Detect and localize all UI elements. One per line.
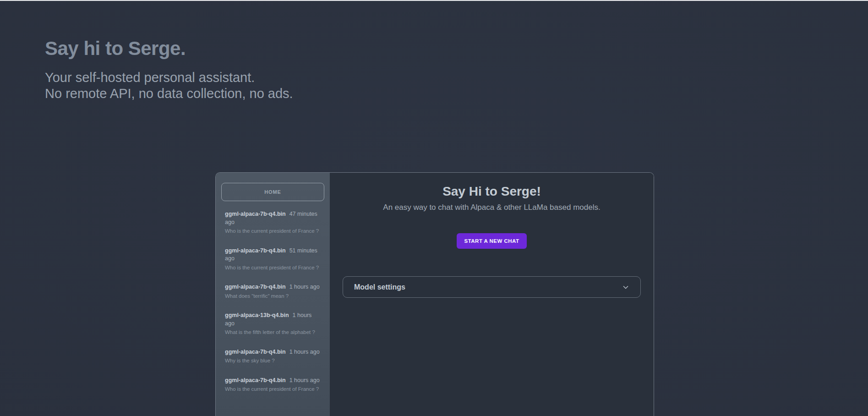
- chat-question-preview: Why is the sky blue ?: [225, 357, 321, 365]
- home-button[interactable]: HOME: [221, 183, 324, 201]
- chat-model-name: ggml-alpaca-7b-q4.bin: [225, 247, 286, 254]
- main-title: Say Hi to Serge!: [330, 184, 654, 199]
- chat-history-list: ggml-alpaca-7b-q4.bin47 minutes ago Who …: [221, 208, 324, 396]
- sidebar: HOME ggml-alpaca-7b-q4.bin47 minutes ago…: [216, 173, 330, 416]
- chat-question-preview: What is the fifth letter of the alphabet…: [225, 329, 321, 336]
- chat-item-title: ggml-alpaca-7b-q4.bin47 minutes ago: [225, 210, 321, 226]
- chat-question-preview: Who is the current president of France ?: [225, 264, 321, 272]
- chat-history-item[interactable]: ggml-alpaca-13b-q4.bin1 hours ago What i…: [221, 309, 324, 339]
- hero-tagline: Your self-hosted personal assistant. No …: [45, 70, 293, 102]
- serge-landing-page: { "hero": { "title": "Say hi to Serge.",…: [0, 0, 868, 416]
- chat-question-preview: Who is the current president of France ?: [225, 228, 321, 235]
- main-panel: Say Hi to Serge! An easy way to chat wit…: [330, 173, 654, 416]
- chat-question-preview: Who is the current president of France ?: [225, 386, 321, 393]
- chat-model-name: ggml-alpaca-7b-q4.bin: [225, 377, 286, 383]
- chat-model-name: ggml-alpaca-7b-q4.bin: [225, 211, 286, 217]
- model-settings-accordion[interactable]: Model settings: [343, 276, 641, 298]
- chat-timestamp: 1 hours ago: [289, 349, 320, 355]
- chat-history-item[interactable]: ggml-alpaca-7b-q4.bin1 hours ago What do…: [221, 280, 324, 302]
- chat-item-title: ggml-alpaca-7b-q4.bin51 minutes ago: [225, 247, 321, 263]
- chat-item-title: ggml-alpaca-7b-q4.bin1 hours ago: [225, 283, 321, 291]
- hero-tagline-line1: Your self-hosted personal assistant.: [45, 70, 293, 86]
- chat-history-item[interactable]: ggml-alpaca-7b-q4.bin1 hours ago Who is …: [221, 374, 324, 396]
- start-new-chat-button[interactable]: START A NEW CHAT: [457, 233, 527, 249]
- hero-section: Say hi to Serge. Your self-hosted person…: [45, 38, 293, 102]
- chat-item-title: ggml-alpaca-7b-q4.bin1 hours ago: [225, 377, 321, 385]
- chat-timestamp: 1 hours ago: [289, 284, 320, 290]
- chat-history-item[interactable]: ggml-alpaca-7b-q4.bin51 minutes ago Who …: [221, 244, 324, 274]
- chat-item-title: ggml-alpaca-7b-q4.bin1 hours ago: [225, 348, 321, 356]
- start-chat-container: START A NEW CHAT: [330, 233, 654, 249]
- main-subtitle: An easy way to chat with Alpaca & other …: [330, 203, 654, 212]
- chat-timestamp: 1 hours ago: [289, 377, 320, 383]
- chat-question-preview: What does "terrific" mean ?: [225, 293, 321, 300]
- chat-item-title: ggml-alpaca-13b-q4.bin1 hours ago: [225, 312, 321, 328]
- app-card: HOME ggml-alpaca-7b-q4.bin47 minutes ago…: [215, 172, 654, 416]
- chevron-down-icon: [622, 284, 629, 291]
- chat-model-name: ggml-alpaca-7b-q4.bin: [225, 284, 286, 290]
- chat-model-name: ggml-alpaca-7b-q4.bin: [225, 349, 286, 355]
- chat-history-item[interactable]: ggml-alpaca-7b-q4.bin47 minutes ago Who …: [221, 208, 324, 238]
- model-settings-label: Model settings: [354, 283, 405, 291]
- chat-model-name: ggml-alpaca-13b-q4.bin: [225, 312, 289, 318]
- window-top-edge: [0, 0, 868, 1]
- hero-title: Say hi to Serge.: [45, 38, 293, 60]
- hero-tagline-line2: No remote API, no data collection, no ad…: [45, 86, 293, 102]
- chat-history-item[interactable]: ggml-alpaca-7b-q4.bin1 hours ago Why is …: [221, 345, 324, 367]
